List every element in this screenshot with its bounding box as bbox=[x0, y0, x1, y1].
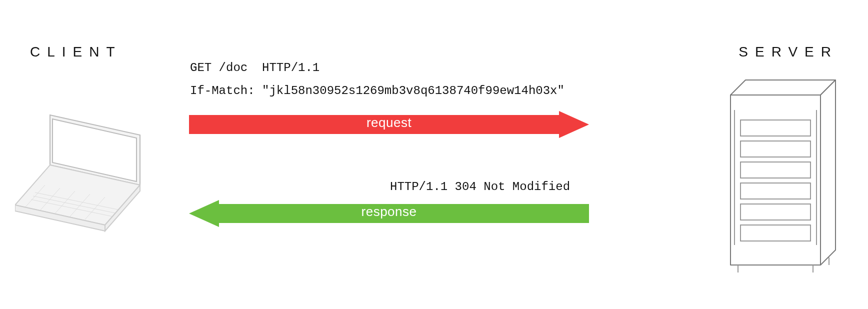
svg-rect-21 bbox=[740, 225, 810, 241]
client-label: CLIENT bbox=[30, 44, 122, 60]
request-arrow-label: request bbox=[366, 115, 412, 130]
request-line-1: GET /doc HTTP/1.1 bbox=[190, 61, 320, 74]
request-arrow: request bbox=[189, 111, 589, 134]
svg-marker-14 bbox=[730, 80, 836, 95]
response-arrow: response bbox=[189, 200, 589, 223]
svg-rect-17 bbox=[740, 141, 810, 157]
response-arrow-label: response bbox=[362, 204, 417, 220]
svg-rect-19 bbox=[740, 183, 810, 199]
svg-rect-16 bbox=[740, 120, 810, 136]
svg-marker-15 bbox=[820, 80, 836, 265]
request-line-2: If-Match: "jkl58n30952s1269mb3v8q6138740… bbox=[190, 84, 564, 98]
server-icon bbox=[703, 75, 848, 285]
laptop-icon bbox=[15, 110, 170, 240]
server-label: SERVER bbox=[738, 44, 838, 60]
svg-rect-18 bbox=[740, 162, 810, 178]
response-line-1: HTTP/1.1 304 Not Modified bbox=[390, 180, 570, 194]
svg-rect-20 bbox=[740, 204, 810, 220]
